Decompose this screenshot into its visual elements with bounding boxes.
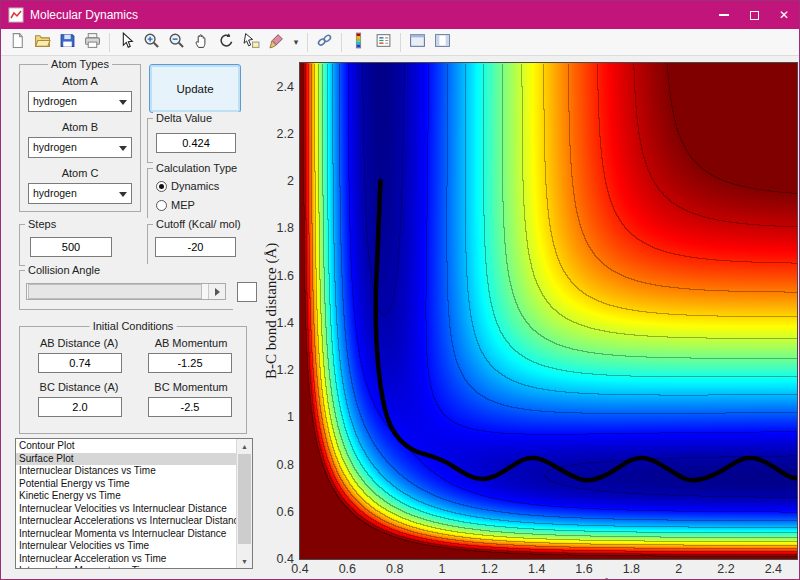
radio-mep-label: MEP (171, 199, 195, 211)
x-tick-label: 2.2 (717, 562, 734, 576)
show-plot-tools-icon (434, 32, 451, 52)
radio-dynamics[interactable]: Dynamics (156, 179, 219, 193)
radio-mep[interactable]: MEP (156, 198, 195, 212)
rotate-3d-button[interactable] (215, 31, 238, 54)
list-item[interactable]: Internuclear Accelerations vs Internucle… (16, 515, 237, 528)
insert-colorbar-icon (350, 32, 367, 52)
data-cursor-button[interactable] (240, 31, 263, 54)
listbox-scrollbar[interactable]: ▲ ▼ (236, 439, 252, 568)
x-tick-label: 1.2 (481, 562, 498, 576)
y-tick-label: 1.2 (277, 363, 294, 377)
delta-value-panel: Delta Value (147, 118, 243, 163)
x-tick-label: 2.4 (765, 562, 782, 576)
steps-input[interactable] (30, 237, 112, 257)
radio-button-icon (156, 200, 167, 211)
show-plot-tools-button[interactable] (431, 31, 454, 54)
x-axis-label: A-B bond distance (Å) (300, 577, 797, 579)
edit-plot-button[interactable] (115, 31, 138, 54)
atom-a-dropdown[interactable]: hydrogen (28, 91, 132, 112)
x-tick-label: 1.8 (623, 562, 640, 576)
slider-right-arrow[interactable] (208, 284, 225, 299)
list-item[interactable]: Internuclear Velocities vs Internuclear … (16, 503, 237, 516)
titlebar: Molecular Dynamics ✕ (1, 1, 799, 29)
radio-button-icon (156, 181, 167, 192)
contour-plot-canvas[interactable] (299, 62, 798, 560)
print-figure-button[interactable] (81, 31, 104, 54)
collision-angle-input[interactable] (237, 282, 257, 302)
initial-conditions-panel: Initial Conditions AB Distance (A) AB Mo… (19, 326, 247, 434)
bc-momentum-label: BC Momentum (138, 381, 244, 393)
x-tick-label: 1 (439, 562, 446, 576)
open-file-button[interactable] (31, 31, 54, 54)
ab-distance-input[interactable] (38, 353, 122, 373)
insert-legend-button[interactable] (372, 31, 395, 54)
atom-a-label: Atom A (20, 75, 140, 87)
chevron-down-icon (119, 100, 127, 105)
list-item[interactable]: Potential Energy vs Time (16, 478, 237, 491)
y-tick-label: 1.6 (277, 269, 294, 283)
atom-b-label: Atom B (20, 121, 140, 133)
save-figure-button[interactable] (56, 31, 79, 54)
x-tick-label: 2 (675, 562, 682, 576)
x-tick-label: 1.4 (528, 562, 545, 576)
link-plot-icon (316, 32, 333, 52)
insert-colorbar-button[interactable] (347, 31, 370, 54)
bc-distance-input[interactable] (38, 397, 122, 417)
brush-button[interactable] (265, 31, 288, 54)
x-tick-label: 1.6 (575, 562, 592, 576)
control-panel: Atom Types Atom A hydrogen Atom B hydrog… (1, 56, 263, 579)
scroll-down-button[interactable]: ▼ (237, 554, 252, 568)
atom-b-value: hydrogen (33, 141, 77, 153)
atom-types-title: Atom Types (48, 58, 112, 70)
x-tick-label: 0.8 (386, 562, 403, 576)
edit-plot-icon (118, 32, 135, 52)
zoom-out-icon (168, 32, 185, 52)
atom-c-dropdown[interactable]: hydrogen (28, 183, 132, 204)
collision-angle-slider[interactable] (26, 283, 226, 300)
ab-momentum-label: AB Momentum (138, 337, 244, 349)
list-item[interactable]: Internuclear Acceleration vs Time (16, 553, 237, 566)
open-file-icon (34, 32, 51, 52)
link-plot-button[interactable] (313, 31, 336, 54)
print-figure-icon (84, 32, 101, 52)
pan-button[interactable] (190, 31, 213, 54)
list-item[interactable]: Contour Plot (16, 440, 237, 453)
plot-region: B-C bond distance (Å) 0.40.60.811.21.41.… (263, 56, 799, 579)
right-arrow-icon (215, 288, 220, 296)
zoom-in-button[interactable] (140, 31, 163, 54)
bc-momentum-input[interactable] (148, 397, 232, 417)
cutoff-input[interactable] (155, 237, 236, 257)
data-cursor-icon (243, 32, 260, 52)
zoom-out-button[interactable] (165, 31, 188, 54)
toolbar-separator (400, 33, 401, 52)
list-item[interactable]: Internuclear Momenta vs Internuclear Dis… (16, 528, 237, 541)
window-title: Molecular Dynamics (30, 8, 709, 22)
chevron-down-icon (119, 146, 127, 151)
hide-plot-tools-button[interactable] (406, 31, 429, 54)
hide-plot-tools-icon (409, 32, 426, 52)
list-item[interactable]: Internuclear Distances vs Time (16, 465, 237, 478)
radio-dynamics-label: Dynamics (171, 180, 219, 192)
calculation-type-panel: Calculation Type Dynamics MEP (147, 168, 244, 224)
slider-thumb[interactable] (28, 284, 202, 299)
close-button[interactable]: ✕ (769, 1, 799, 29)
new-figure-button[interactable] (6, 31, 29, 54)
scroll-up-button[interactable]: ▲ (237, 439, 252, 453)
toolbar-separator (341, 33, 342, 52)
atom-b-dropdown[interactable]: hydrogen (28, 137, 132, 158)
brush-icon (268, 32, 285, 52)
brush-dropdown-button[interactable]: ▾ (290, 31, 302, 54)
list-item[interactable]: Kinetic Energy vs Time (16, 490, 237, 503)
list-item[interactable]: Surface Plot (16, 453, 237, 466)
update-button[interactable]: Update (149, 64, 241, 113)
list-item[interactable]: Internulear Velocities vs Time (16, 540, 237, 553)
cutoff-panel: Cutoff (Kcal/ mol) (147, 224, 244, 266)
delta-value-input[interactable] (156, 133, 236, 153)
ab-momentum-input[interactable] (148, 353, 232, 373)
slider-track[interactable] (27, 284, 208, 299)
scrollbar-thumb[interactable] (238, 454, 251, 544)
maximize-button[interactable] (739, 1, 769, 29)
list-item[interactable]: Internuclear Momenta vs Time (16, 565, 237, 568)
minimize-button[interactable] (709, 1, 739, 29)
atom-c-label: Atom C (20, 167, 140, 179)
